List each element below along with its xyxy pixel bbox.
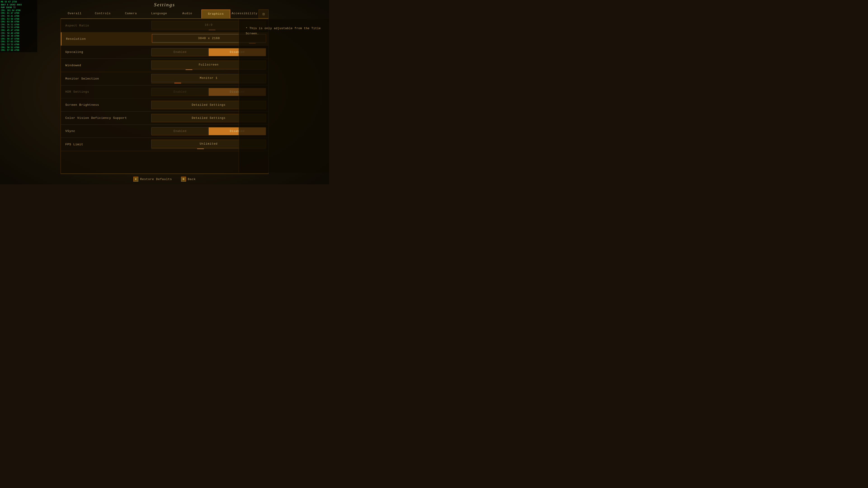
- hud-overlay: MS 55 67 2730B007 8 10502 6603RAM 10690 …: [0, 0, 37, 52]
- setting-row-vsync: VSyncEnabledDisabled: [61, 125, 268, 138]
- restore-icon: U: [133, 177, 138, 182]
- setting-label-aspect-ratio: Aspect Ratio: [61, 22, 149, 30]
- tab-audio[interactable]: Audio: [173, 9, 202, 18]
- left-panel: OverallControlsCameraLanguageAudioGraphi…: [61, 8, 269, 184]
- setting-label-screen-brightness: Screen Brightness: [61, 101, 149, 109]
- setting-label-upscaling: Upscaling: [61, 48, 149, 56]
- setting-label-windowed: Windowed: [61, 61, 149, 69]
- setting-row-hdr-settings: HDR SettingsEnabledDisabled: [61, 86, 268, 98]
- setting-row-color-vision: Color Vision Deficiency SupportDetailed …: [61, 111, 268, 125]
- toggle-btn-hdr-settings-enabled[interactable]: Enabled: [151, 88, 209, 96]
- tab-accessibility[interactable]: Accessibility: [230, 9, 258, 18]
- tab-overall[interactable]: Overall: [61, 9, 89, 18]
- toggle-btn-upscaling-enabled[interactable]: Enabled: [151, 48, 209, 56]
- info-text: * This is only adjustable from the Title…: [246, 26, 322, 36]
- bottom-bar: U Restore Defaults ① Back: [61, 174, 269, 184]
- settings-container: Settings OverallControlsCameraLanguageAu…: [0, 0, 329, 184]
- settings-panel[interactable]: Aspect Ratio16:9Resolution3840 x 2160Ups…: [61, 19, 269, 174]
- back-label: Back: [188, 177, 196, 181]
- back-icon: ①: [181, 177, 186, 182]
- setting-label-color-vision: Color Vision Deficiency Support: [61, 114, 149, 122]
- setting-row-screen-brightness: Screen BrightnessDetailed Settings: [61, 98, 268, 111]
- tab-graphics[interactable]: Graphics: [202, 9, 230, 18]
- setting-label-hdr-settings: HDR Settings: [61, 88, 149, 96]
- tab-bar: OverallControlsCameraLanguageAudioGraphi…: [61, 9, 269, 19]
- toggle-btn-vsync-enabled[interactable]: Enabled: [151, 127, 209, 135]
- back-button[interactable]: ① Back: [181, 177, 196, 182]
- tab-language[interactable]: Language: [145, 9, 174, 18]
- setting-row-fps-limit: FPS LimitUnlimited: [61, 138, 268, 151]
- setting-row-aspect-ratio: Aspect Ratio16:9: [61, 19, 268, 32]
- tab-controls[interactable]: Controls: [89, 9, 117, 18]
- layout-main: OverallControlsCameraLanguageAudioGraphi…: [0, 8, 329, 184]
- setting-row-monitor-selection: Monitor SelectionMonitor 1: [61, 72, 268, 86]
- tab-camera[interactable]: Camera: [117, 9, 145, 18]
- restore-defaults-button[interactable]: U Restore Defaults: [133, 177, 172, 182]
- setting-label-monitor-selection: Monitor Selection: [61, 75, 149, 83]
- info-panel: * This is only adjustable from the Title…: [239, 19, 329, 173]
- setting-row-resolution: Resolution3840 x 2160: [61, 32, 268, 46]
- setting-row-upscaling: UpscalingEnabledDisabled: [61, 46, 268, 59]
- page-title: Settings: [154, 2, 175, 8]
- setting-row-windowed: WindowedFullscreen: [61, 59, 268, 72]
- setting-label-resolution: Resolution: [61, 35, 150, 43]
- setting-label-vsync: VSync: [61, 127, 149, 135]
- fullscreen-icon[interactable]: ◫: [258, 9, 269, 18]
- setting-label-fps-limit: FPS Limit: [61, 140, 149, 149]
- restore-label: Restore Defaults: [140, 177, 172, 181]
